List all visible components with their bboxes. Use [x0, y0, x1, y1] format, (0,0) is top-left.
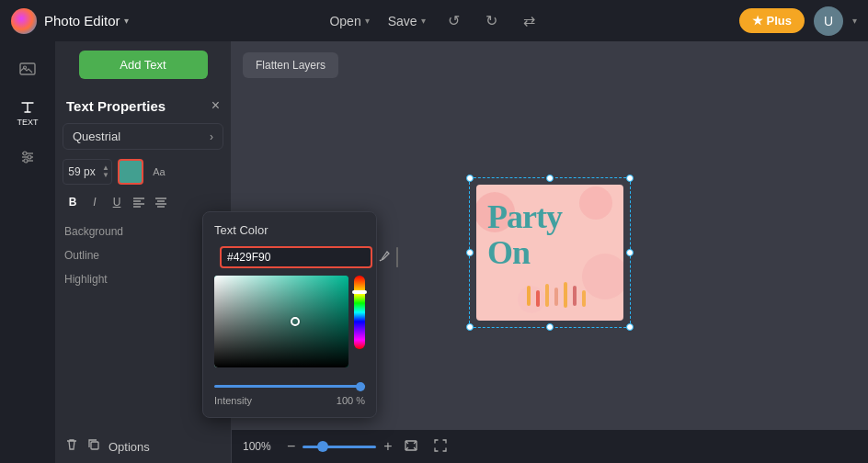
- svg-point-6: [28, 155, 31, 159]
- intensity-slider[interactable]: [214, 385, 365, 388]
- fullscreen-icon: [433, 438, 448, 453]
- adjust-icon: [19, 149, 36, 165]
- avatar[interactable]: U: [814, 6, 843, 36]
- handle-br[interactable]: [626, 323, 634, 331]
- close-text-properties-button[interactable]: ×: [211, 97, 220, 114]
- intensity-value: 100 %: [337, 395, 365, 406]
- open-button[interactable]: Open ▾: [329, 14, 369, 28]
- panel-footer: Options: [55, 430, 231, 463]
- eyedropper-icon: [378, 250, 391, 263]
- gradient-column: [214, 276, 348, 375]
- hue-cursor: [352, 290, 367, 294]
- header-right: ★ Plus U ▾: [739, 6, 857, 36]
- handle-tr[interactable]: [626, 175, 634, 182]
- sidebar-item-adjust[interactable]: [9, 139, 46, 175]
- handle-bl[interactable]: [466, 323, 474, 331]
- font-name-label: Questrial: [73, 130, 120, 143]
- zoom-level-label: 100%: [243, 440, 280, 453]
- main-area: TEXT Add Text Text Properties × Questria…: [0, 41, 868, 463]
- undo-button[interactable]: ↺: [444, 8, 463, 33]
- handle-bm[interactable]: [546, 323, 554, 331]
- align-left-icon: [132, 196, 145, 209]
- color-picker-title: Text Color: [214, 223, 365, 237]
- svg-rect-24: [554, 288, 558, 306]
- size-arrows: ▲ ▼: [100, 164, 111, 179]
- canvas-wrapper: Party On: [476, 185, 623, 321]
- eyedropper-button[interactable]: [378, 250, 391, 265]
- duplicate-icon: [86, 437, 101, 452]
- font-style-aa-button[interactable]: Aa: [149, 162, 169, 182]
- text-properties-title: Text Properties: [66, 98, 166, 114]
- svg-rect-21: [527, 286, 531, 306]
- text-sidebar-label: TEXT: [17, 118, 38, 127]
- handle-ml[interactable]: [466, 249, 474, 256]
- font-arrow-icon: ›: [210, 130, 213, 143]
- hex-input[interactable]: [220, 246, 372, 268]
- svg-rect-26: [573, 286, 577, 306]
- align-center-button[interactable]: [151, 192, 171, 212]
- sidebar-item-text[interactable]: TEXT: [9, 95, 46, 131]
- canvas-image[interactable]: Party On: [476, 185, 623, 321]
- add-text-button[interactable]: Add Text: [79, 51, 208, 79]
- trash-icon: [64, 437, 79, 452]
- zoom-slider[interactable]: [303, 446, 376, 448]
- app-title: Photo Editor: [44, 13, 120, 28]
- title-dropdown-icon[interactable]: ▾: [124, 16, 129, 26]
- size-input[interactable]: 59 px: [63, 165, 100, 178]
- color-swatch-button[interactable]: [118, 159, 143, 185]
- intensity-label: Intensity: [214, 395, 252, 406]
- hue-strip-wrapper: [354, 276, 365, 367]
- confetti-svg: [476, 185, 623, 321]
- avatar-dropdown-icon[interactable]: ▾: [852, 16, 857, 26]
- flatten-layers-button[interactable]: Flatten Layers: [243, 52, 338, 78]
- font-selector[interactable]: Questrial ›: [63, 123, 223, 150]
- sidebar-item-image[interactable]: [9, 51, 46, 87]
- app-logo: [11, 8, 37, 34]
- image-icon: [19, 61, 36, 77]
- svg-point-7: [24, 159, 28, 163]
- svg-rect-23: [545, 284, 549, 307]
- text-properties-header: Text Properties ×: [55, 88, 231, 119]
- text-icon: [19, 99, 36, 116]
- intensity-row: Intensity 100 %: [214, 395, 365, 406]
- fit-screen-icon: [404, 438, 418, 453]
- transparent-button[interactable]: [396, 247, 398, 267]
- underline-button[interactable]: U: [107, 192, 127, 212]
- fit-screen-button[interactable]: [400, 438, 422, 456]
- redo-button[interactable]: ↻: [482, 8, 501, 33]
- size-input-wrapper: 59 px ▲ ▼: [63, 159, 112, 185]
- size-color-row: 59 px ▲ ▼ Aa: [55, 153, 231, 190]
- svg-rect-25: [564, 282, 567, 308]
- bold-button[interactable]: B: [63, 192, 83, 212]
- size-down-arrow[interactable]: ▼: [102, 172, 109, 179]
- svg-rect-22: [536, 290, 540, 307]
- delete-button[interactable]: [64, 437, 79, 456]
- duplicate-button[interactable]: [86, 437, 101, 456]
- handle-mr[interactable]: [626, 249, 634, 256]
- properties-panel: Add Text Text Properties × Questrial › 5…: [55, 41, 232, 463]
- left-sidebar: TEXT: [0, 41, 55, 463]
- color-picker-popup: Text Color: [202, 211, 377, 418]
- canvas-bottom-bar: 100% − +: [232, 430, 868, 463]
- plus-button[interactable]: ★ Plus: [739, 8, 805, 33]
- app-header: Photo Editor ▾ Open ▾ Save ▾ ↺ ↻ ⇄ ★ Plu…: [0, 0, 868, 41]
- italic-button[interactable]: I: [85, 192, 105, 212]
- picker-cursor[interactable]: [291, 317, 300, 326]
- color-gradient-area[interactable]: [214, 276, 348, 367]
- zoom-out-button[interactable]: −: [287, 438, 295, 455]
- options-button[interactable]: Options: [108, 440, 150, 454]
- hue-strip[interactable]: [354, 276, 365, 349]
- zoom-in-button[interactable]: +: [383, 438, 392, 455]
- picker-area: [214, 276, 365, 375]
- svg-rect-27: [582, 290, 586, 307]
- save-button[interactable]: Save ▾: [388, 14, 426, 28]
- align-center-icon: [154, 196, 167, 209]
- flip-button[interactable]: ⇄: [520, 8, 539, 33]
- align-left-button[interactable]: [129, 192, 149, 212]
- gradient-dark-overlay: [214, 276, 348, 367]
- svg-point-5: [23, 152, 27, 155]
- color-hex-row: [214, 246, 365, 268]
- handle-tm[interactable]: [546, 175, 554, 182]
- handle-tl[interactable]: [466, 175, 474, 182]
- fullscreen-button[interactable]: [429, 438, 451, 456]
